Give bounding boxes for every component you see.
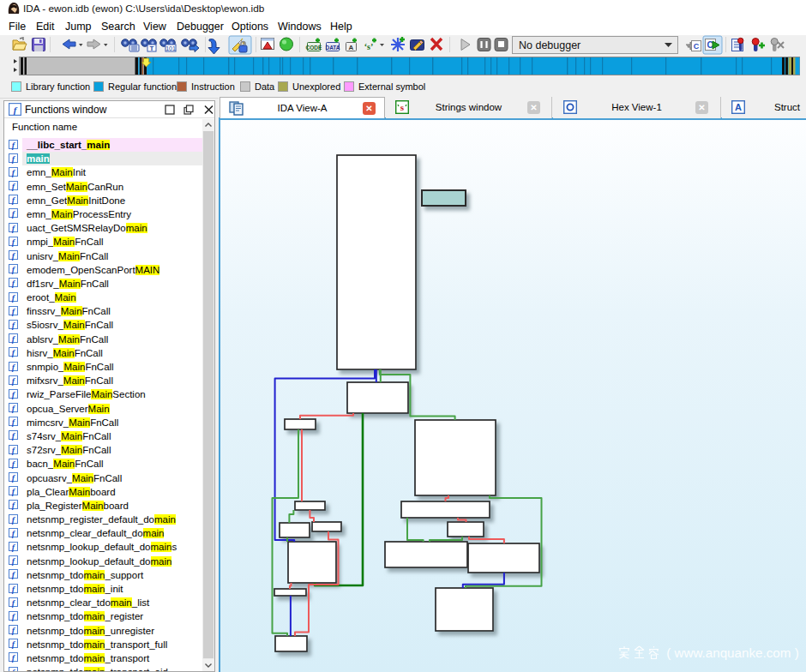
svg-text:A: A (735, 102, 742, 112)
svg-text:101: 101 (165, 45, 176, 51)
svg-text:No debugger: No debugger (519, 39, 580, 51)
svg-text:DATA: DATA (325, 45, 340, 51)
svg-text:‘s’: ‘s’ (364, 42, 374, 51)
svg-text:T: T (150, 45, 154, 52)
svg-text:C: C (694, 42, 700, 51)
svg-text:CODE: CODE (306, 45, 322, 51)
svg-text:A: A (349, 44, 354, 51)
